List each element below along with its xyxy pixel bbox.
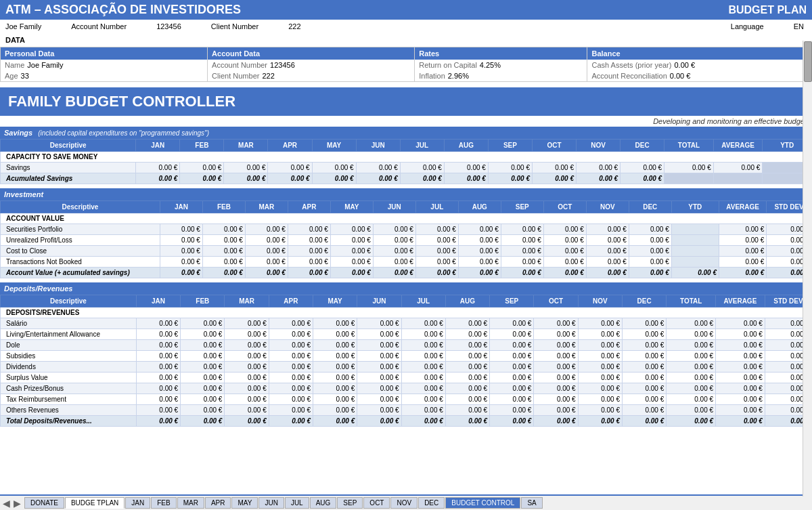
balance-block: Balance Cash Assets (prior year) 0.00 € … (587, 47, 811, 81)
data-section: Personal Data Name Joe Family Age 33 Acc… (0, 47, 812, 82)
inflation-row: Inflation 2.96% (415, 70, 587, 81)
deposits-row-dividends: Dividends 0.00 €0.00 €0.00 €0.00 €0.00 €… (1, 362, 812, 373)
investment-row-transactions: Transactions Not Booked 0.00 €0.00 €0.00… (1, 257, 812, 268)
deposits-row-dole: Dole 0.00 €0.00 €0.00 €0.00 €0.00 €0.00 … (1, 340, 812, 351)
account-reconciliation-value: 0.00 € (670, 72, 691, 80)
savings-total-row: Acumulated Savings 0.00 € 0.00 € 0.00 € … (1, 173, 812, 184)
investment-header-row: Descriptive JAN FEB MAR APR MAY JUN JUL … (1, 201, 812, 213)
savings-col-total: TOTAL (664, 140, 714, 152)
balance-header: Balance (587, 47, 811, 60)
client-number-value2: 222 (262, 72, 274, 80)
savings-col-apr: APR (268, 140, 312, 152)
account-number-row: Account Number 123456 (208, 60, 414, 70)
investment-total-row: Account Value (+ acumulated savings) 0.0… (1, 268, 812, 278)
inflation-label: Inflation (419, 72, 445, 80)
age-value: 33 (21, 72, 29, 80)
savings-note: (included capital expenditures on "progr… (38, 129, 209, 137)
investment-row-unrealized: Unrealized Profit/Loss 0.00 €0.00 €0.00 … (1, 235, 812, 246)
savings-label: Savings (4, 129, 32, 137)
investment-row-securities: Securities Portfolio 0.00 €0.00 €0.00 €0… (1, 224, 812, 235)
savings-jan: 0.00 € (136, 163, 180, 173)
deposits-label: Deposits/Revenues (4, 284, 72, 293)
savings-col-desc: Descriptive (1, 140, 136, 152)
client-number-label: Client Number (211, 22, 258, 30)
personal-data-block: Personal Data Name Joe Family Age 33 (1, 47, 208, 81)
savings-col-aug: AUG (444, 140, 488, 152)
user-name: Joe Family (5, 22, 41, 30)
deposits-table: Descriptive JAN FEB MAR APR MAY JUN JUL … (0, 295, 812, 427)
account-number-label2: Account Number (212, 61, 267, 69)
savings-section-header: Savings (included capital expenditures o… (0, 127, 812, 139)
savings-data-row: Savings 0.00 € 0.00 € 0.00 € 0.00 € 0.00… (1, 163, 812, 173)
personal-data-header: Personal Data (1, 47, 207, 60)
savings-col-mar: MAR (224, 140, 268, 152)
return-row: Return on Capital 4.25% (415, 60, 587, 70)
cash-row: Cash Assets (prior year) 0.00 € (587, 60, 811, 70)
deposits-row-tax: Tax Reimbursement 0.00 €0.00 €0.00 €0.00… (1, 394, 812, 405)
savings-col-jun: JUN (356, 140, 400, 152)
cash-label: Cash Assets (prior year) (591, 61, 671, 69)
deposits-total-row: Total Deposits/Revenues... 0.00 €0.00 €0… (1, 416, 812, 427)
savings-col-jul: JUL (400, 140, 444, 152)
name-value: Joe Family (27, 61, 63, 69)
deposits-row-subsidies: Subsidies 0.00 €0.00 €0.00 €0.00 €0.00 €… (1, 351, 812, 362)
deposits-category-row: DEPOSITS/REVENUES (1, 307, 812, 318)
savings-row-desc: Savings (1, 163, 136, 173)
account-data-block: Account Data Account Number 123456 Clien… (208, 47, 415, 81)
personal-name-row: Name Joe Family (1, 60, 207, 70)
investment-label: Investment (4, 190, 43, 198)
client-number-value: 222 (288, 22, 300, 30)
deposits-row-salario: Salário 0.00 €0.00 €0.00 €0.00 €0.00 €0.… (1, 318, 812, 329)
savings-total-desc: Acumulated Savings (1, 173, 136, 184)
rates-header: Rates (415, 47, 587, 60)
account-number-label: Account Number (71, 22, 127, 30)
account-data-header: Account Data (208, 47, 414, 60)
return-label: Return on Capital (419, 61, 477, 69)
fbc-subtitle: Developing and monitoring an effective b… (0, 116, 812, 127)
savings-col-sep: SEP (488, 140, 532, 152)
scrollbar-thumb[interactable] (804, 41, 812, 82)
rates-block: Rates Return on Capital 4.25% Inflation … (415, 47, 587, 81)
client-number-label2: Client Number (212, 72, 259, 80)
savings-col-oct: OCT (532, 140, 576, 152)
savings-col-dec: DEC (621, 140, 664, 152)
account-number-value: 123456 (156, 22, 181, 30)
savings-col-average: AVERAGE (713, 140, 763, 152)
investment-category-label: ACCOUNT VALUE (1, 213, 812, 224)
return-value: 4.25% (480, 61, 501, 69)
savings-header-row: Descriptive JAN FEB MAR APR MAY JUN JUL … (1, 140, 812, 152)
account-reconciliation-label: Account Reconciliation (591, 72, 667, 80)
account-number-value2: 123456 (270, 61, 295, 69)
cash-value: 0.00 € (674, 61, 695, 69)
savings-category-row: CAPACITY TO SAVE MONEY (1, 152, 812, 163)
deposits-row-others: Others Revenues 0.00 €0.00 €0.00 €0.00 €… (1, 405, 812, 416)
data-section-label: DATA (0, 33, 812, 47)
header-info-row: Joe Family Account Number 123456 Client … (0, 20, 812, 33)
savings-table: Descriptive JAN FEB MAR APR MAY JUN JUL … (0, 139, 812, 184)
age-label: Age (5, 72, 18, 80)
vertical-scrollbar[interactable] (803, 41, 812, 442)
investment-category-row: ACCOUNT VALUE (1, 213, 812, 224)
deposits-row-surplus: Surplus Value 0.00 €0.00 €0.00 €0.00 €0.… (1, 373, 812, 383)
name-label: Name (5, 61, 24, 69)
investment-section-header: Investment (0, 188, 812, 200)
securities-desc: Securities Portfolio (1, 224, 160, 235)
client-number-row: Client Number 222 (208, 70, 414, 81)
account-reconciliation-row: Account Reconciliation 0.00 € (587, 70, 811, 81)
savings-col-feb: FEB (180, 140, 224, 152)
budget-plan-title: BUDGET PLAN (728, 4, 807, 16)
savings-col-nov: NOV (577, 140, 621, 152)
app-title: ATM – ASSOCIAÇÃO DE INVESTIDORES (5, 3, 241, 17)
savings-col-jan: JAN (136, 140, 180, 152)
savings-category-label: CAPACITY TO SAVE MONEY (1, 152, 812, 163)
savings-col-may: MAY (312, 140, 356, 152)
deposits-section-header: Deposits/Revenues (0, 282, 812, 295)
investment-row-cost: Cost to Close 0.00 €0.00 €0.00 €0.00 €0.… (1, 246, 812, 257)
language-value: EN (794, 22, 804, 30)
investment-table: Descriptive JAN FEB MAR APR MAY JUN JUL … (0, 200, 812, 278)
deposits-row-cash-prizes: Cash Prizes/Bonus 0.00 €0.00 €0.00 €0.00… (1, 383, 812, 394)
deposits-header-row: Descriptive JAN FEB MAR APR MAY JUN JUL … (1, 295, 812, 307)
app-header: ATM – ASSOCIAÇÃO DE INVESTIDORES BUDGET … (0, 0, 812, 20)
language-label: Language (731, 22, 764, 30)
fbc-title: FAMILY BUDGET CONTROLLER (0, 87, 812, 116)
